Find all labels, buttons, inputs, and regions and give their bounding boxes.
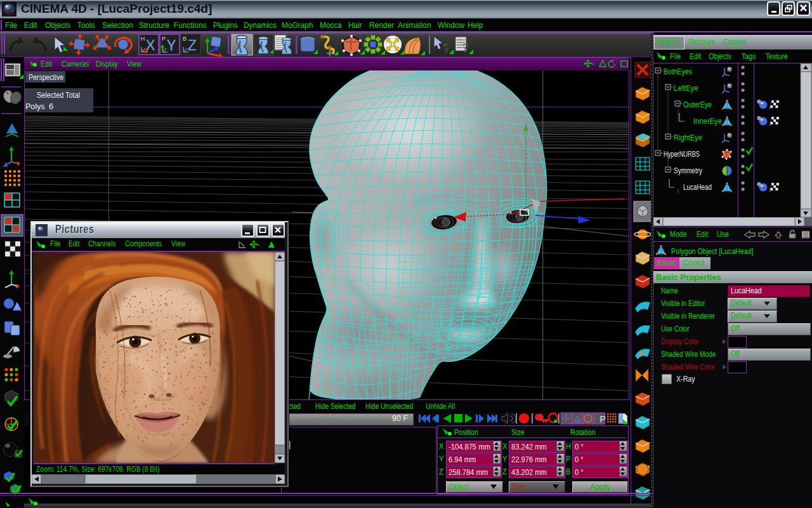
svg-text:Perspective: Perspective — [29, 73, 63, 82]
svg-text:P: P — [599, 413, 606, 424]
svg-text:Y: Y — [166, 36, 177, 54]
svg-text:?: ? — [462, 41, 469, 55]
svg-text:Selected Total: Selected Total — [37, 91, 80, 100]
svg-text:OuterEye: OuterEye — [683, 100, 712, 109]
svg-text:LucaHead: LucaHead — [683, 182, 712, 192]
svg-text:H: H — [141, 36, 145, 42]
svg-text:B: B — [183, 36, 187, 42]
svg-text:HyperNURBS: HyperNURBS — [664, 149, 700, 159]
svg-text:6: 6 — [49, 102, 53, 111]
svg-text:InnerEye: InnerEye — [693, 116, 722, 126]
svg-text:P: P — [162, 36, 166, 42]
svg-text:Symmetry: Symmetry — [674, 166, 702, 175]
svg-text:BothEyes: BothEyes — [664, 67, 692, 76]
svg-text:RightEye: RightEye — [674, 133, 702, 142]
svg-text:LeftEye: LeftEye — [674, 83, 698, 93]
svg-text:?: ? — [443, 41, 450, 56]
svg-text:Z: Z — [187, 36, 197, 54]
svg-text:Polys: Polys — [25, 102, 45, 111]
